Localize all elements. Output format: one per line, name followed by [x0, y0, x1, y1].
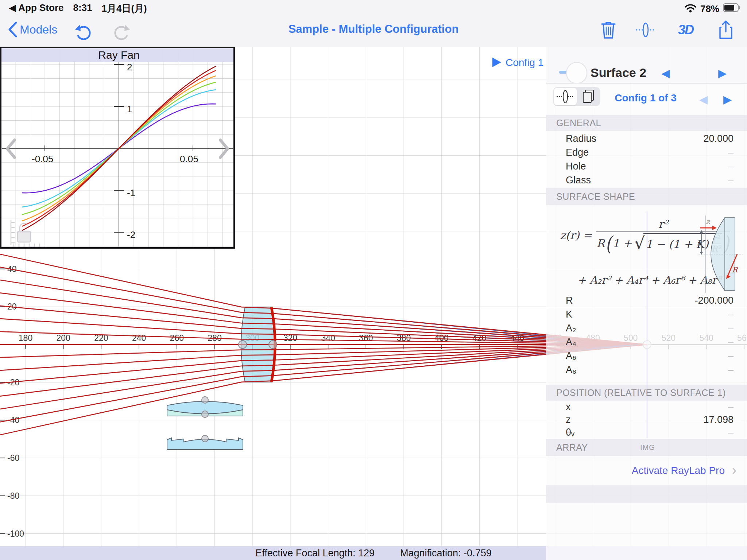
surface-shape-rows: R-200.000 K– A₂– A₄– A₆– A₈–	[546, 293, 747, 377]
svg-text:-1: -1	[127, 187, 135, 198]
svg-text:360: 360	[359, 333, 373, 343]
position-section-header: POSITION (RELATIVE TO SURFACE 1)	[546, 385, 747, 401]
ray-fan-title-bar[interactable]: Ray Fan	[1, 48, 233, 62]
svg-text:-0.05: -0.05	[32, 153, 53, 164]
svg-text:200: 200	[57, 333, 70, 343]
activate-pro-label: Activate RayLab Pro	[632, 465, 725, 477]
x-row[interactable]: x–	[546, 401, 747, 413]
surface-title: Surface 2	[591, 66, 646, 80]
share-button[interactable]	[716, 20, 736, 40]
lens-mini-icon	[555, 89, 576, 105]
status-date: 1月4日(月)	[102, 2, 147, 15]
panel-filler	[546, 503, 747, 560]
ray-fan-title: Ray Fan	[98, 49, 139, 61]
navigation-bar: Models Sample - Multiple Configuration 3…	[0, 15, 747, 47]
a4-row[interactable]: A₄–	[546, 335, 747, 349]
trash-icon	[600, 20, 616, 39]
svg-text:-2: -2	[127, 229, 135, 240]
svg-text:0.05: 0.05	[180, 153, 198, 164]
status-bar: ◀ App Store 8:31 1月4日(月) 78%	[0, 0, 747, 15]
surface-inspector-panel: Surface 2 ◀ ▶ Config 1 of 3 ◀ ▶ GENERAL …	[546, 47, 747, 560]
surface-shape-diagram: z r R	[696, 213, 746, 295]
panel-drag-handle[interactable]	[566, 62, 587, 84]
svg-text:Config 1: Config 1	[506, 57, 543, 68]
k-row[interactable]: K–	[546, 307, 747, 321]
surface-handle[interactable]	[269, 341, 277, 349]
pages-mini-icon	[580, 89, 597, 105]
wifi-icon	[684, 2, 697, 16]
position-rows: x– z17.098 θᵥ–	[546, 401, 747, 439]
app-store-back-label[interactable]: ◀ App Store	[9, 2, 63, 15]
svg-text:-80: -80	[7, 491, 19, 501]
svg-text:z: z	[706, 217, 711, 226]
theta-v-row[interactable]: θᵥ–	[546, 426, 747, 439]
empty-section-header	[546, 485, 747, 503]
delete-button[interactable]	[598, 20, 619, 40]
battery-percent: 78%	[700, 3, 719, 15]
a6-row[interactable]: A₆–	[546, 349, 747, 363]
svg-text:-100: -100	[7, 529, 24, 538]
status-time: 8:31	[73, 2, 92, 15]
surface-handle[interactable]	[202, 411, 208, 417]
segment-config-list[interactable]	[577, 88, 599, 105]
svg-text:340: 340	[321, 333, 335, 343]
surface-handle[interactable]	[202, 435, 208, 442]
segment-surface-view[interactable]	[554, 88, 577, 105]
svg-text:r: r	[697, 239, 701, 247]
lens-axis-icon	[635, 20, 656, 39]
next-config-button[interactable]: ▶	[723, 93, 732, 106]
glass-row[interactable]: Glass–	[546, 173, 747, 187]
share-icon	[718, 20, 734, 40]
surface-shape-equation-area: z(r) = r² R ( 1 + √ 1 − (1 + K) r²	[546, 205, 747, 293]
next-surface-button[interactable]: ▶	[718, 67, 727, 79]
view-mode-segmented-control[interactable]	[553, 87, 600, 106]
magnification: Magnification: -0.759	[400, 548, 492, 559]
svg-text:180: 180	[19, 333, 32, 343]
general-rows: Radius20.000 Edge– Hole– Glass–	[546, 131, 747, 188]
svg-text:-60: -60	[7, 453, 19, 463]
page-title: Sample - Multiple Configuration	[0, 23, 747, 36]
svg-text:2: 2	[127, 62, 132, 73]
svg-text:240: 240	[132, 333, 146, 343]
battery-icon	[723, 3, 740, 15]
activate-pro-row[interactable]: Activate RayLab Pro ›	[546, 456, 747, 485]
surface-data-button[interactable]	[635, 20, 656, 40]
effective-focal-length: Effective Focal Length: 129	[255, 548, 375, 559]
hole-row[interactable]: Hole–	[546, 159, 747, 173]
radius-row[interactable]: Radius20.000	[546, 132, 747, 145]
surface-handle[interactable]	[239, 341, 247, 349]
surface-handle[interactable]	[202, 397, 208, 403]
array-section-header: ARRAY IMG	[546, 439, 747, 456]
a8-row[interactable]: A₈–	[546, 363, 747, 377]
previous-surface-button[interactable]: ◀	[661, 67, 670, 79]
config-pager-row: Config 1 of 3 ◀ ▶	[546, 83, 747, 115]
panel-header: Surface 2 ◀ ▶	[546, 47, 747, 83]
ray-fan-window[interactable]: 21-1-2-0.050.05 Ray Fan	[0, 47, 235, 249]
edge-row[interactable]: Edge–	[546, 145, 747, 159]
svg-text:R: R	[732, 265, 738, 274]
a2-row[interactable]: A₂–	[546, 321, 747, 335]
svg-text:260: 260	[170, 333, 184, 343]
previous-config-button[interactable]: ◀	[699, 93, 708, 106]
3d-icon: 3D	[678, 22, 693, 38]
chevron-right-icon: ›	[732, 463, 736, 478]
general-section-header: GENERAL	[546, 115, 747, 131]
svg-text:1: 1	[127, 104, 132, 114]
three-d-view-button[interactable]: 3D	[676, 20, 696, 40]
r-row[interactable]: R-200.000	[546, 293, 747, 307]
image-plane-label: IMG	[640, 443, 655, 452]
surface-shape-section-header: SURFACE SHAPE	[546, 188, 747, 205]
z-row[interactable]: z17.098	[546, 413, 747, 426]
config-pager-label: Config 1 of 3	[608, 92, 683, 104]
